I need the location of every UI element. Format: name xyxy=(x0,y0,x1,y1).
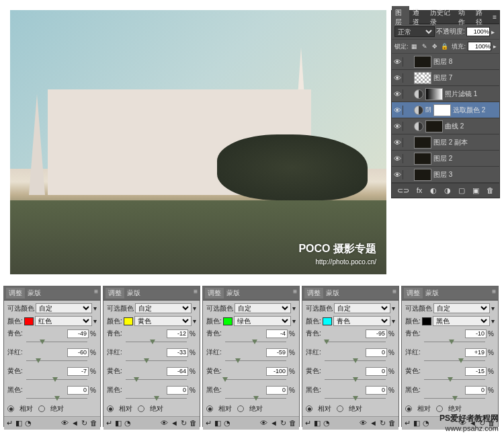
group-icon[interactable]: ▢ xyxy=(458,186,465,195)
return-icon[interactable]: ↵ xyxy=(405,419,411,428)
layer-item[interactable]: 👁图层 7 xyxy=(392,70,499,86)
black-slider[interactable] xyxy=(225,396,286,401)
trash-icon[interactable]: 🗑 xyxy=(90,419,97,428)
cyan-value-input[interactable] xyxy=(366,329,387,338)
eye-icon[interactable]: 👁 xyxy=(61,419,69,428)
relative-radio[interactable] xyxy=(206,405,213,412)
layer-item[interactable]: 👁图层 8 xyxy=(392,54,499,70)
trash-icon[interactable]: 🗑 xyxy=(289,419,296,428)
layer-thumbnail[interactable] xyxy=(414,72,431,84)
tab-actions[interactable]: 动作 xyxy=(455,6,472,29)
visibility-icon[interactable]: 👁 xyxy=(394,89,403,99)
absolute-radio[interactable] xyxy=(38,405,45,412)
yellow-value-input[interactable] xyxy=(266,367,288,376)
tab-adjustments[interactable]: 调整 xyxy=(6,288,25,299)
yellow-value-input[interactable] xyxy=(366,367,387,376)
layer-thumbnail[interactable] xyxy=(414,56,431,68)
color-select[interactable]: 红色 xyxy=(35,316,92,326)
layer-item[interactable]: 👁照片滤镜 1 xyxy=(392,86,499,102)
dropdown-icon[interactable]: ▾ xyxy=(93,305,97,312)
yellow-value-input[interactable] xyxy=(67,367,89,376)
yellow-slider[interactable] xyxy=(26,377,87,383)
magenta-slider[interactable] xyxy=(424,358,485,364)
dropdown-icon[interactable]: ▾ xyxy=(491,305,495,312)
visibility-icon[interactable]: 👁 xyxy=(394,138,403,147)
yellow-slider[interactable] xyxy=(325,377,386,383)
preset-select[interactable]: 自定 xyxy=(433,303,490,313)
cyan-slider[interactable] xyxy=(424,340,485,345)
dropdown-icon[interactable]: ▾ xyxy=(292,317,296,325)
absolute-radio[interactable] xyxy=(436,405,443,412)
eye-icon[interactable]: 👁 xyxy=(260,419,267,428)
fill-input[interactable] xyxy=(468,42,491,51)
layer-thumbnail[interactable] xyxy=(414,136,431,149)
clip-icon[interactable]: ◔ xyxy=(124,419,131,428)
color-select[interactable]: 绿色 xyxy=(234,316,291,326)
tab-mask[interactable]: 蒙版 xyxy=(423,288,442,299)
visibility-icon[interactable]: 👁 xyxy=(394,122,403,131)
panel-menu-icon[interactable]: ≡ xyxy=(490,12,499,22)
layer-thumbnail[interactable] xyxy=(433,104,451,116)
layer-item[interactable]: 👁曲线 2 xyxy=(392,118,499,134)
yellow-slider[interactable] xyxy=(424,377,485,383)
visibility-icon[interactable]: 👁 xyxy=(394,57,403,67)
layer-thumbnail[interactable] xyxy=(414,153,431,165)
layer-name[interactable]: 图层 2 副本 xyxy=(433,138,468,147)
visibility-icon[interactable]: 👁 xyxy=(394,106,403,115)
yellow-slider[interactable] xyxy=(126,377,187,383)
black-value-input[interactable] xyxy=(266,386,288,395)
clip-icon[interactable]: ◔ xyxy=(323,419,330,428)
panel-menu-icon[interactable]: ≡ xyxy=(94,288,98,299)
layer-name[interactable]: 图层 7 xyxy=(433,73,452,83)
magenta-slider[interactable] xyxy=(325,358,386,364)
clip-icon[interactable]: ◔ xyxy=(423,419,429,428)
color-select[interactable]: 黑色 xyxy=(433,316,490,326)
return-icon[interactable]: ↵ xyxy=(7,419,13,428)
preset-select[interactable]: 自定 xyxy=(135,303,192,313)
clip-icon[interactable]: ◔ xyxy=(25,419,32,428)
reset-icon[interactable]: ↻ xyxy=(280,419,286,428)
layer-name[interactable]: 图层 2 xyxy=(433,154,452,163)
tab-layers[interactable]: 图层 xyxy=(392,6,409,29)
preset-select[interactable]: 自定 xyxy=(235,303,291,313)
absolute-radio[interactable] xyxy=(337,405,343,412)
magenta-slider[interactable] xyxy=(126,358,187,364)
cyan-slider[interactable] xyxy=(126,340,187,345)
panel-menu-icon[interactable]: ≡ xyxy=(194,288,198,299)
tab-mask[interactable]: 蒙版 xyxy=(224,288,243,299)
reset-icon[interactable]: ↻ xyxy=(181,419,187,428)
tab-history[interactable]: 历史记录 xyxy=(427,6,455,29)
magenta-value-input[interactable] xyxy=(167,348,188,357)
layer-name[interactable]: 曲线 2 xyxy=(445,122,464,131)
new-layer-icon[interactable]: ▣ xyxy=(472,186,479,195)
eye-icon[interactable]: 👁 xyxy=(360,419,367,428)
preset-select[interactable]: 自定 xyxy=(36,303,92,313)
return-icon[interactable]: ↵ xyxy=(206,419,212,428)
cyan-slider[interactable] xyxy=(325,340,386,345)
layer-name[interactable]: 选取颜色 2 xyxy=(453,106,485,115)
expand-icon[interactable]: ◧ xyxy=(214,419,221,428)
reset-icon[interactable]: ↻ xyxy=(81,419,87,428)
layer-thumbnail[interactable] xyxy=(425,120,443,132)
tab-adjustments[interactable]: 调整 xyxy=(404,288,423,299)
dropdown-icon[interactable]: ▾ xyxy=(193,305,196,312)
prev-icon[interactable]: ◄ xyxy=(270,419,278,428)
yellow-value-input[interactable] xyxy=(167,367,188,376)
tab-adjustments[interactable]: 调整 xyxy=(106,288,124,299)
black-slider[interactable] xyxy=(26,396,87,401)
black-slider[interactable] xyxy=(126,396,187,401)
black-value-input[interactable] xyxy=(366,386,387,395)
magenta-slider[interactable] xyxy=(26,358,87,364)
lock-transparent-icon[interactable]: ▦ xyxy=(411,42,419,50)
color-select[interactable]: 青色 xyxy=(333,316,390,326)
cyan-value-input[interactable] xyxy=(167,329,188,338)
tab-mask[interactable]: 蒙版 xyxy=(323,288,342,299)
layer-item[interactable]: 👁图层 3 xyxy=(392,167,499,183)
opacity-input[interactable] xyxy=(466,27,490,36)
layer-name[interactable]: 照片滤镜 1 xyxy=(445,89,477,99)
expand-icon[interactable]: ◧ xyxy=(115,419,122,428)
adjustment-icon[interactable]: ◑ xyxy=(444,186,451,195)
expand-icon[interactable]: ◧ xyxy=(314,419,321,428)
yellow-value-input[interactable] xyxy=(465,367,487,376)
magenta-value-input[interactable] xyxy=(465,348,487,357)
